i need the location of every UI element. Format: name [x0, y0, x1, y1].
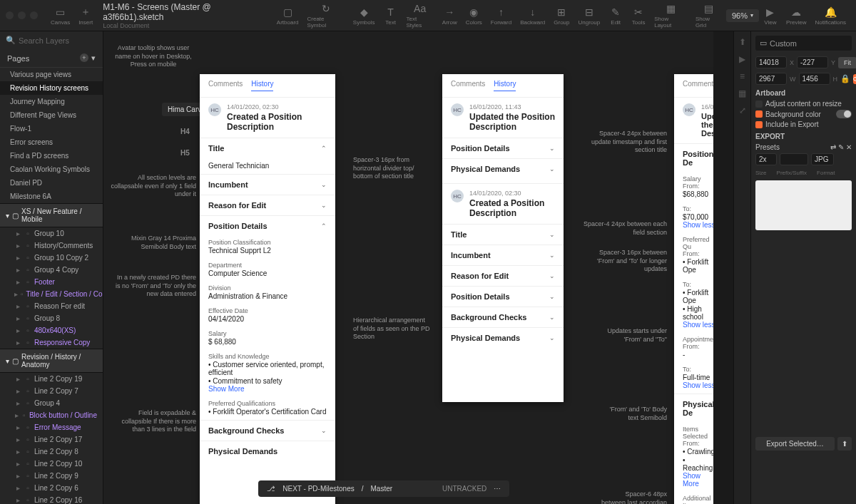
artboard-tool[interactable]: ▢Artboard	[277, 6, 299, 26]
branch-bar[interactable]: ⎇ NEXT - PD-Milestones / Master UNTRACKE…	[258, 480, 509, 497]
layer-item[interactable]: ▸▫Line 2 Copy 19	[0, 373, 103, 385]
tab-comments[interactable]: Comments	[683, 80, 713, 91]
presets-actions[interactable]: ⇄ ✎ ✕	[830, 143, 852, 151]
accordion-bg-checks[interactable]: Background Checks⌄	[200, 420, 335, 441]
layer-item[interactable]: ▸▫Line 2 Copy 9	[0, 470, 103, 482]
symbols-tool[interactable]: ◆Symbols	[353, 6, 375, 26]
colors-tool[interactable]: ◉Colors	[466, 6, 482, 26]
accordion-position-details[interactable]: Position Details⌃	[200, 215, 335, 236]
notifications-tool[interactable]: 🔔Notifications	[815, 6, 846, 26]
layer-item[interactable]: ▸▫480x640(XS)	[0, 324, 103, 336]
layer-item[interactable]: ▸▫Line 2 Copy 16	[0, 494, 103, 504]
accordion-title[interactable]: Title⌃	[200, 138, 335, 158]
tab-history[interactable]: History	[251, 80, 273, 91]
branch-master[interactable]: Master	[370, 485, 392, 493]
w-input[interactable]	[755, 73, 787, 85]
show-more-link[interactable]: Show More	[208, 385, 327, 393]
layer-item[interactable]: ▸▫Block button / Outline	[0, 409, 103, 421]
page-item[interactable]: Daniel PD	[0, 176, 103, 190]
layer-section-2[interactable]: ▾▢Revision / History / Anatomy	[0, 349, 103, 373]
layer-item[interactable]: ▸▫Error Message	[0, 421, 103, 433]
accordion-title[interactable]: Title⌄	[442, 224, 564, 245]
page-item[interactable]: Error screens	[0, 135, 103, 149]
fit-button[interactable]: Fit	[838, 57, 856, 68]
resize-icon[interactable]: ⤢	[739, 106, 746, 115]
layer-item[interactable]: ▸▫Title / Edit / Section / Content	[0, 288, 103, 300]
avatar[interactable]: HC	[208, 103, 221, 116]
page-item[interactable]: Different Page Views	[0, 108, 103, 122]
pages-header[interactable]: Pages +▾	[0, 49, 103, 68]
show-layout-tool[interactable]: ▦Show Layout	[654, 2, 687, 29]
x-input[interactable]	[755, 56, 787, 68]
layer-item[interactable]: ▸▫Group 10	[0, 227, 103, 240]
layer-item[interactable]: ▸▫Group 4	[0, 397, 103, 409]
canvas[interactable]: Avatar tooltip shows user name on hover …	[103, 31, 713, 504]
text-tool[interactable]: TText	[384, 6, 398, 26]
show-less-link[interactable]: Show less	[683, 381, 713, 389]
prefix-input[interactable]	[780, 153, 808, 165]
search-layers[interactable]: 🔍 Search Layers	[0, 31, 103, 49]
layer-item[interactable]: ▸▫Line 2 Copy 6	[0, 482, 103, 494]
show-grid-tool[interactable]: ▤Show Grid	[696, 2, 722, 29]
accordion-incumbent[interactable]: Incumbent⌄	[200, 174, 335, 195]
show-less-link[interactable]: Show less	[683, 221, 713, 229]
tab-comments[interactable]: Comments	[208, 80, 243, 91]
avatar[interactable]: HC	[451, 103, 464, 116]
accordion-physical[interactable]: Physical Demands	[200, 441, 335, 461]
arrow-tool[interactable]: →Arrow	[442, 6, 457, 26]
accordion-position-details[interactable]: Position Details⌄	[442, 286, 564, 307]
ungroup-tool[interactable]: ⊟Ungroup	[579, 6, 601, 26]
layer-item[interactable]: ▸▫Line 2 Copy 17	[0, 433, 103, 446]
layer-item[interactable]: ▸▫Line 2 Copy 7	[0, 385, 103, 397]
canvas-tool[interactable]: ▭Canvas	[51, 6, 70, 26]
tab-comments[interactable]: Comments	[451, 80, 485, 91]
layer-item[interactable]: ▸▫Group 8	[0, 312, 103, 324]
text-styles-tool[interactable]: AaText Styles	[407, 2, 434, 29]
forward-tool[interactable]: ↑Forward	[491, 6, 511, 26]
page-item[interactable]: Flow-1	[0, 122, 103, 135]
export-icon[interactable]: ⬆	[739, 37, 746, 47]
accordion-physical[interactable]: Physical Demands⌄	[442, 327, 564, 348]
page-item[interactable]: Milestone 6A	[0, 190, 103, 203]
device-selector[interactable]: ▭Custom	[755, 36, 852, 51]
avatar[interactable]: HC	[451, 190, 464, 202]
export-share-button[interactable]: ⬆	[837, 437, 852, 451]
aspect-icon[interactable]: ⟳	[853, 74, 856, 84]
h-input[interactable]	[799, 73, 830, 85]
group-tool[interactable]: ⊞Group	[554, 6, 569, 26]
include-in-export[interactable]: Include in Export	[755, 120, 852, 128]
page-item[interactable]: Various page views	[0, 68, 103, 81]
show-less-link[interactable]: Show less	[683, 321, 713, 329]
zoom-level[interactable]: 96% ▾	[726, 9, 759, 22]
accordion-position-details[interactable]: Position Details⌄	[442, 138, 564, 158]
chevron-icon[interactable]: ▾	[91, 53, 96, 63]
edit-tool[interactable]: ✎Edit	[608, 6, 623, 26]
branch-name[interactable]: NEXT - PD-Milestones	[282, 485, 354, 493]
accordion-reason[interactable]: Reason for Edit⌄	[442, 265, 564, 286]
preview-tool[interactable]: ☁Preview	[786, 6, 806, 26]
layer-item[interactable]: ▸▫Reason For edit	[0, 300, 103, 312]
tools-tool[interactable]: ✂Tools	[631, 6, 646, 26]
page-item[interactable]: Revision History screens	[0, 81, 103, 95]
layer-item[interactable]: ▸▫Footer	[0, 276, 103, 288]
layer-item[interactable]: ▸▫Line 2 Copy 8	[0, 446, 103, 458]
artboard-history-created[interactable]: Comments History HC 14/01/2020, 02:30 Cr…	[200, 74, 335, 504]
layer-item[interactable]: ▸▫Group 4 Copy	[0, 264, 103, 276]
page-item[interactable]: Caolan Working Symbols	[0, 163, 103, 176]
create-symbol-tool[interactable]: ↻Create Symbol	[307, 2, 345, 29]
y-input[interactable]	[797, 56, 828, 68]
layer-item[interactable]: ▸▫Responsive Copy	[0, 336, 103, 349]
adjust-on-resize[interactable]: Adjust content on resize	[755, 100, 852, 108]
layer-item[interactable]: ▸▫History/Comments	[0, 240, 103, 252]
backward-tool[interactable]: ↓Backward	[520, 6, 545, 26]
layer-section-1[interactable]: ▾▢XS / New Feature / Mobile	[0, 203, 103, 227]
page-item[interactable]: Find a PD screens	[0, 149, 103, 163]
scale-input[interactable]	[755, 153, 777, 165]
accordion-physical[interactable]: Physical Demands⌄	[442, 158, 564, 179]
artboard-history-partial[interactable]: CommentsH HC16/01/2020, 11Updated the De…	[674, 74, 713, 504]
window-controls[interactable]	[6, 11, 38, 19]
artboard-history-updated[interactable]: Comments History HC 16/01/2020, 11:43Upd…	[442, 74, 564, 402]
export-button[interactable]: Export Selected…	[755, 437, 835, 451]
layer-item[interactable]: ▸▫Group 10 Copy 2	[0, 252, 103, 264]
accordion-reason[interactable]: Reason for Edit⌄	[200, 195, 335, 215]
